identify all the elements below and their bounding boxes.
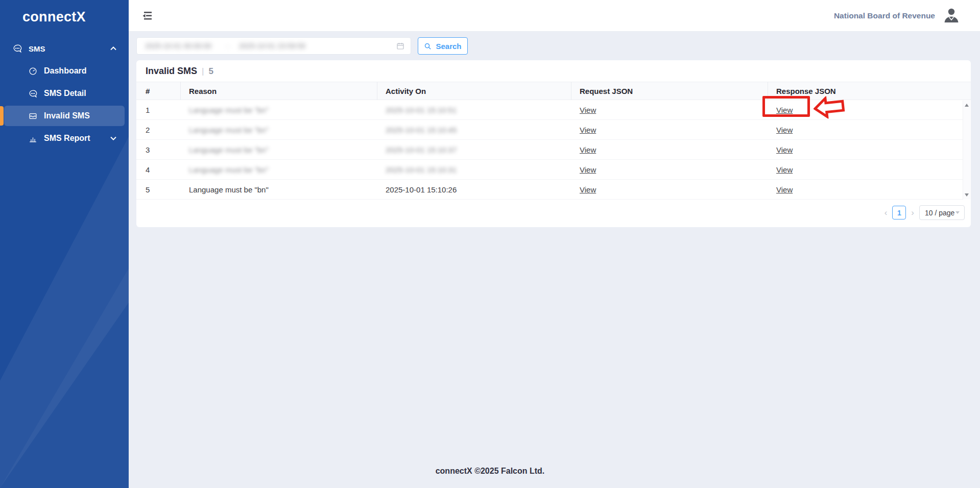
sidebar-item-sms[interactable]: SMS: [4, 38, 125, 59]
main-content: 2025-10-01 00:00:00 – 2025-10-01 23:59:5…: [129, 32, 980, 488]
cell-reason-blurred: Language must be "bn": [189, 165, 269, 174]
cell-sl: 5: [136, 185, 181, 194]
column-header-reason: Reason: [181, 82, 377, 100]
date-range-input[interactable]: 2025-10-01 00:00:00 – 2025-10-01 23:59:5…: [136, 37, 411, 55]
request-json-view-link[interactable]: View: [580, 185, 596, 194]
sms-bubble-icon: [28, 89, 38, 98]
page-title: Invalid SMS: [146, 66, 197, 77]
cell-sl: 1: [136, 106, 181, 114]
search-button-label: Search: [436, 42, 461, 51]
date-to-value: 2025-10-01 23:59:59: [239, 42, 305, 50]
response-json-view-link[interactable]: View: [776, 106, 793, 114]
user-avatar[interactable]: [942, 7, 961, 25]
date-from-value: 2025-10-01 00:00:00: [145, 42, 211, 50]
dashboard-icon: [28, 67, 38, 76]
chat-icon: [12, 44, 22, 53]
sidebar-item-dashboard[interactable]: Dashboard: [4, 61, 125, 81]
footer-text: connectX ©2025 Falcon Ltd.: [0, 467, 980, 476]
chevron-down-icon: [955, 211, 960, 214]
page-size-value: 10 / page: [925, 209, 954, 217]
cell-sl: 4: [136, 165, 181, 174]
cell-activity-blurred: 2025-10-01 15:10:31: [386, 165, 457, 174]
pagination: ‹ 1 › 10 / page: [885, 205, 965, 220]
response-json-view-link[interactable]: View: [776, 145, 793, 154]
table-row: 4 Language must be "bn" 2025-10-01 15:10…: [136, 160, 963, 180]
table-header-row: # Reason Activity On Request JSON Respon…: [136, 82, 971, 100]
response-json-view-link[interactable]: View: [776, 165, 793, 174]
request-json-view-link[interactable]: View: [580, 126, 596, 134]
search-icon: [424, 42, 432, 50]
column-header-request: Request JSON: [571, 82, 768, 100]
scroll-up-arrow-icon[interactable]: [965, 104, 969, 107]
prev-page-button[interactable]: ‹: [885, 208, 888, 217]
cell-activity: 2025-10-01 15:10:26: [377, 185, 571, 194]
table-row: 3 Language must be "bn" 2025-10-01 15:10…: [136, 140, 963, 160]
scroll-down-arrow-icon[interactable]: [965, 193, 969, 197]
page-size-select[interactable]: 10 / page: [919, 205, 965, 220]
invalid-sms-card: Invalid SMS | 5 # Reason Activity On Req…: [136, 60, 971, 227]
menu-fold-icon[interactable]: [142, 11, 152, 20]
column-header-sl: #: [136, 82, 181, 100]
calendar-icon: [396, 42, 404, 50]
table-row: 1 Language must be "bn" 2025-10-01 15:10…: [136, 100, 963, 120]
sidebar-item-sms-detail[interactable]: SMS Detail: [4, 83, 125, 104]
next-page-button[interactable]: ›: [911, 208, 914, 217]
cell-reason: Language must be "bn": [181, 185, 377, 194]
cell-activity-blurred: 2025-10-01 15:10:51: [386, 106, 457, 114]
request-json-view-link[interactable]: View: [580, 145, 596, 154]
sidebar-menu: SMS Dashboard SMS Detail: [0, 38, 129, 149]
bar-chart-icon: [28, 134, 38, 143]
range-separator: –: [226, 42, 230, 50]
sidebar-item-label: SMS: [29, 44, 45, 53]
cell-reason-blurred: Language must be "bn": [189, 126, 269, 134]
sidebar-item-label: Invalid SMS: [44, 111, 90, 120]
chevron-down-icon: [110, 136, 116, 140]
sidebar-item-label: SMS Report: [44, 134, 90, 143]
table-body: 1 Language must be "bn" 2025-10-01 15:10…: [136, 100, 963, 200]
record-count: 5: [208, 66, 213, 77]
cell-reason-blurred: Language must be "bn": [189, 106, 269, 114]
cell-reason-blurred: Language must be "bn": [189, 145, 269, 154]
cell-activity-blurred: 2025-10-01 15:10:37: [386, 145, 457, 154]
page-number-button[interactable]: 1: [892, 206, 906, 219]
cell-sl: 2: [136, 126, 181, 134]
title-divider: |: [202, 66, 204, 77]
column-header-activity: Activity On: [377, 82, 571, 100]
sidebar-item-label: SMS Detail: [44, 89, 86, 98]
cell-sl: 3: [136, 145, 181, 154]
sidebar-item-label: Dashboard: [44, 66, 87, 76]
topbar: National Board of Revenue: [129, 0, 980, 32]
active-indicator-bar: [0, 106, 4, 126]
search-button[interactable]: Search: [418, 37, 468, 55]
sidebar-item-invalid-sms[interactable]: Invalid SMS: [4, 106, 125, 126]
chevron-up-icon: [110, 46, 116, 51]
response-json-view-link[interactable]: View: [776, 126, 793, 134]
table-scrollbar[interactable]: [963, 101, 970, 200]
request-json-view-link[interactable]: View: [580, 106, 596, 114]
org-name: National Board of Revenue: [834, 11, 935, 20]
table-row: 5 Language must be "bn" 2025-10-01 15:10…: [136, 180, 963, 200]
sidebar-item-sms-report[interactable]: SMS Report: [4, 128, 125, 149]
app-logo: connectX: [0, 0, 129, 25]
cell-activity-blurred: 2025-10-01 15:10:45: [386, 126, 457, 134]
column-header-response: Response JSON: [768, 82, 971, 100]
app-window: connectX SMS Dashboard: [0, 0, 980, 488]
sidebar: connectX SMS Dashboard: [0, 0, 129, 488]
table-row: 2 Language must be "bn" 2025-10-01 15:10…: [136, 120, 963, 140]
topbar-right: National Board of Revenue: [834, 7, 961, 25]
request-json-view-link[interactable]: View: [580, 165, 596, 174]
invalid-mail-icon: [28, 112, 38, 120]
response-json-view-link[interactable]: View: [776, 185, 793, 194]
card-title: Invalid SMS | 5: [136, 60, 971, 77]
